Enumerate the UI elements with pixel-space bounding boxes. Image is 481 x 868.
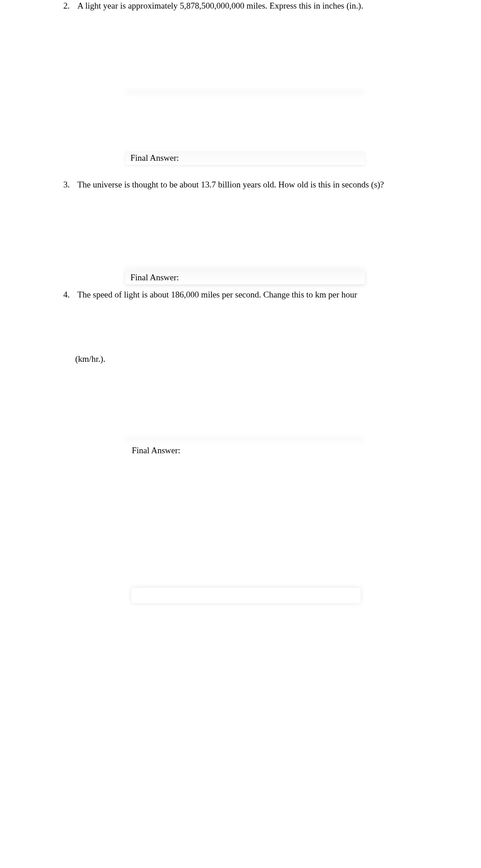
question-number-2: 2. (57, 1, 70, 11)
question-text-4: The speed of light is about 186,000 mile… (77, 290, 357, 300)
final-answer-box-3: Final Answer: (125, 271, 365, 284)
final-answer-label-2: Final Answer: (130, 153, 179, 163)
question-text-4-continuation: (km/hr.). (75, 354, 106, 364)
question-text-3: The universe is thought to be about 13.7… (77, 180, 384, 190)
final-answer-label-3: Final Answer: (130, 273, 179, 282)
empty-answer-box (131, 588, 361, 603)
question-number-3: 3. (57, 180, 70, 190)
blurred-content-4 (125, 436, 365, 442)
final-answer-label-4: Final Answer: (132, 446, 180, 456)
question-3: 3. The universe is thought to be about 1… (57, 180, 433, 190)
question-2: 2. A light year is approximately 5,878,5… (57, 1, 433, 11)
question-4: 4. The speed of light is about 186,000 m… (57, 290, 433, 300)
final-answer-box-2: Final Answer: (125, 151, 365, 165)
question-number-4: 4. (57, 290, 70, 300)
question-text-2: A light year is approximately 5,878,500,… (77, 1, 363, 11)
blurred-content-2 (125, 89, 365, 95)
